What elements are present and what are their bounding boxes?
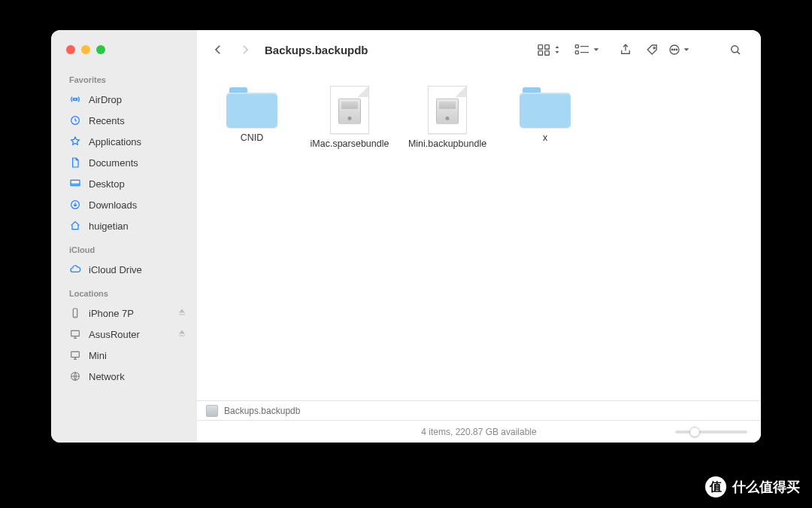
file-grid[interactable]: CNID iMac.sparsebundle Mini.backupbundle… [197, 69, 761, 400]
downloads-icon [69, 199, 81, 211]
sidebar-heading: iCloud [51, 241, 197, 259]
close-window-button[interactable] [66, 45, 75, 54]
path-bar[interactable]: Backups.backupdb [197, 400, 761, 420]
item-label: CNID [241, 132, 264, 144]
svg-rect-13 [575, 51, 578, 54]
sparsebundle-icon [330, 86, 369, 134]
sidebar-item-label: Recents [89, 115, 125, 126]
svg-rect-5 [71, 330, 80, 336]
iphone-icon [69, 307, 81, 319]
sidebar-item-label: Desktop [89, 178, 125, 190]
sidebar-item-downloads[interactable]: Downloads [51, 194, 197, 215]
actions-menu[interactable] [668, 43, 690, 56]
cloud-icon [69, 263, 81, 275]
airdrop-icon [69, 93, 81, 105]
eject-icon[interactable] [177, 308, 186, 319]
zoom-window-button[interactable] [96, 45, 105, 54]
svg-point-19 [732, 46, 738, 53]
backupbundle-icon [428, 86, 467, 134]
svg-rect-12 [575, 45, 578, 48]
search-button[interactable] [723, 39, 747, 60]
eject-icon[interactable] [177, 329, 186, 340]
sidebar-item-label: AsusRouter [89, 329, 140, 340]
sidebar-item-label: Mini [89, 350, 107, 361]
sidebar-heading: Favorites [51, 71, 197, 89]
group-by-control[interactable] [574, 44, 600, 56]
svg-rect-6 [71, 351, 80, 357]
svg-rect-10 [538, 51, 543, 56]
sidebar-item-icloud-drive[interactable]: iCloud Drive [51, 259, 197, 280]
sidebar-item-asusrouter[interactable]: AsusRouter [51, 324, 197, 345]
svg-point-18 [676, 49, 677, 50]
svg-rect-2 [71, 180, 80, 185]
svg-point-0 [74, 98, 76, 100]
svg-rect-8 [538, 45, 543, 50]
sidebar-item-label: Network [89, 371, 125, 382]
sidebar-item-home[interactable]: huigetian [51, 215, 197, 236]
back-button[interactable] [206, 39, 230, 60]
watermark-text: 什么值得买 [732, 478, 800, 496]
svg-point-14 [653, 47, 655, 49]
folder-item[interactable]: CNID [203, 86, 301, 151]
forward-button[interactable] [233, 39, 257, 60]
sidebar: Favorites AirDrop Recents Applications D… [51, 30, 197, 443]
window-controls [51, 45, 197, 54]
chevron-down-icon [592, 46, 600, 53]
watermark: 值 什么值得买 [705, 476, 800, 497]
sidebar-section-favorites: Favorites AirDrop Recents Applications D… [51, 71, 197, 241]
share-button[interactable] [614, 39, 638, 60]
desktop-icon [69, 178, 81, 190]
sidebar-section-icloud: iCloud iCloud Drive [51, 241, 197, 284]
globe-icon [69, 370, 81, 382]
sidebar-item-airdrop[interactable]: AirDrop [51, 89, 197, 110]
svg-rect-9 [545, 45, 550, 50]
view-mode-control[interactable] [537, 44, 561, 56]
sidebar-item-desktop[interactable]: Desktop [51, 173, 197, 194]
status-bar: 4 items, 220.87 GB available [197, 420, 761, 443]
svg-point-16 [671, 49, 673, 50]
status-text: 4 items, 220.87 GB available [421, 427, 536, 437]
disk-icon [206, 405, 218, 417]
sidebar-item-iphone[interactable]: iPhone 7P [51, 303, 197, 324]
bundle-item[interactable]: iMac.sparsebundle [301, 86, 398, 151]
item-label: iMac.sparsebundle [311, 138, 389, 151]
svg-rect-11 [545, 51, 550, 56]
sidebar-item-label: huigetian [89, 221, 129, 232]
tags-button[interactable] [641, 39, 665, 60]
applications-icon [69, 135, 81, 148]
icon-size-slider[interactable] [675, 430, 747, 433]
window-title: Backups.backupdb [265, 44, 368, 56]
sidebar-item-recents[interactable]: Recents [51, 110, 197, 131]
item-label: x [543, 132, 547, 144]
monitor-icon [69, 349, 81, 361]
watermark-badge: 值 [705, 476, 726, 497]
folder-icon [226, 86, 277, 128]
folder-icon [520, 86, 571, 128]
chevron-down-icon [683, 46, 690, 53]
sidebar-item-label: AirDrop [89, 94, 122, 105]
toolbar: Backups.backupdb [197, 30, 761, 69]
slider-knob[interactable] [689, 427, 700, 437]
sidebar-item-label: iCloud Drive [89, 264, 142, 275]
sidebar-item-label: Applications [89, 136, 141, 148]
finder-window: Favorites AirDrop Recents Applications D… [51, 30, 761, 443]
sidebar-item-label: iPhone 7P [89, 308, 134, 319]
path-segment: Backups.backupdb [224, 406, 300, 416]
folder-item[interactable]: x [496, 86, 594, 151]
main-pane: Backups.backupdb CNID [197, 30, 761, 443]
sidebar-section-locations: Locations iPhone 7P AsusRouter Mini Netw… [51, 284, 197, 391]
sidebar-item-applications[interactable]: Applications [51, 131, 197, 152]
item-label: Mini.backupbundle [408, 138, 486, 151]
monitor-icon [69, 328, 81, 340]
bundle-item[interactable]: Mini.backupbundle [398, 86, 496, 151]
svg-point-17 [674, 49, 675, 50]
sidebar-item-label: Downloads [89, 199, 137, 211]
sidebar-item-documents[interactable]: Documents [51, 152, 197, 173]
house-icon [69, 220, 81, 232]
minimize-window-button[interactable] [81, 45, 90, 54]
sidebar-item-network[interactable]: Network [51, 366, 197, 387]
sidebar-item-mini[interactable]: Mini [51, 345, 197, 366]
chevron-updown-icon [553, 44, 561, 55]
document-icon [69, 157, 81, 169]
clock-icon [69, 114, 81, 126]
